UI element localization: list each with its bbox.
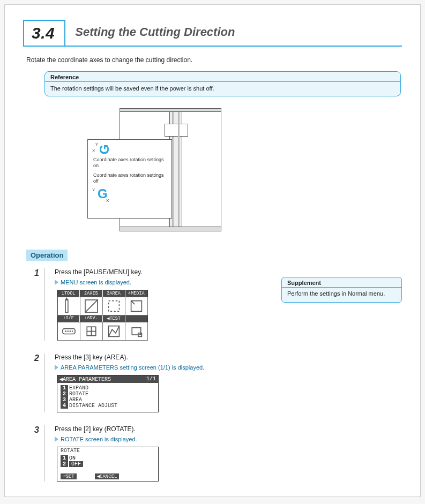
menu-tab: 3AREA <box>103 290 125 297</box>
intro-text: Rotate the coordinate axes to change the… <box>26 56 402 64</box>
supplement-box: Supplement Perform the settings in Norma… <box>281 277 402 303</box>
svg-point-6 <box>64 330 65 332</box>
test-icon <box>102 322 125 341</box>
section-number: 3.4 <box>32 24 55 42</box>
svg-line-3 <box>85 299 97 312</box>
svg-rect-4 <box>108 300 119 311</box>
step-title: Press the [PAUSE/MENU] key. <box>55 268 402 276</box>
lcd-item: 3AREA <box>61 397 155 403</box>
supplement-body: Perform the settings in Normal menu. <box>282 288 401 302</box>
svg-rect-0 <box>65 299 68 312</box>
axis-rotated-icon: Y X G <box>92 143 168 155</box>
operation-heading: Operation <box>26 250 68 261</box>
section-number-box: 3.4 <box>23 20 65 47</box>
lcd-foot-cancel: ◀CANCEL <box>95 473 120 479</box>
step-title: Press the [2] key (ROTATE). <box>55 425 402 433</box>
menu-tab: 4MEDIA <box>125 290 147 297</box>
reference-body: The rotation settings will be saved even… <box>45 82 400 96</box>
axis-normal-icon: Y G X <box>92 187 168 204</box>
svg-point-8 <box>68 330 69 332</box>
svg-marker-1 <box>65 297 68 300</box>
adv-icon <box>80 322 103 341</box>
rotate-lcd: ROTATE 1ON 2OFF ⏎SET ◀CANCEL <box>57 447 159 482</box>
triangle-icon <box>55 365 58 370</box>
blank-icon <box>125 322 148 341</box>
if-icon <box>57 322 80 341</box>
svg-point-10 <box>71 330 72 332</box>
menu-screen-lcd: 1TOOL 2AXIS 3AREA 4MEDIA ↑I/F ↓ADV. <box>57 290 148 341</box>
section-title: Setting the Cutting Direction <box>75 22 235 43</box>
area-parameters-lcd: ◀AREA PARAMETERS 1/1 1EXPAND 2ROTATE 3AR… <box>57 375 159 412</box>
area-icon <box>102 297 125 315</box>
svg-point-7 <box>66 330 68 332</box>
tool-icon <box>57 297 80 315</box>
diagram-overlay: Y X G Coordinate axes rotation settings … <box>87 139 172 219</box>
step-title: Press the [3] key (AREA). <box>55 353 402 361</box>
svg-point-9 <box>70 330 71 332</box>
manual-page: 3.4 Setting the Cutting Direction Rotate… <box>4 4 421 497</box>
g-rotated-icon: G <box>97 145 112 155</box>
menu-tab: 2AXIS <box>80 290 102 297</box>
caption-on: Coordinate axes rotation settings on <box>93 157 168 169</box>
lcd-header-right: 1/1 <box>146 376 156 382</box>
step-sub: ROTATE screen is displayed. <box>55 436 402 442</box>
lcd-item-selected: 2OFF <box>61 461 155 467</box>
svg-rect-15 <box>132 327 141 334</box>
step-3: 3 Press the [2] key (ROTATE). ROTATE scr… <box>28 425 402 482</box>
lcd-foot-set: ⏎SET <box>61 473 77 479</box>
caption-off: Coordinate axes rotation settings off <box>93 172 168 185</box>
reference-box: Reference The rotation settings will be … <box>44 71 401 96</box>
section-header: 3.4 Setting the Cutting Direction <box>23 20 402 47</box>
triangle-icon <box>55 280 58 285</box>
triangle-icon <box>55 437 58 442</box>
lcd-item: 2ROTATE <box>61 391 155 397</box>
lcd-header: ROTATE <box>57 447 158 454</box>
lcd-item: 4DISTANCE ADJUST <box>61 403 155 409</box>
step-number: 1 <box>28 268 44 341</box>
lcd-header-left: ◀AREA PARAMETERS <box>59 376 111 382</box>
axis-icon <box>80 297 103 315</box>
step-sub: AREA PARAMETERS setting screen (1/1) is … <box>55 364 402 371</box>
reference-label: Reference <box>45 72 400 82</box>
step-number: 2 <box>28 353 44 412</box>
lcd-item: 1EXPAND <box>61 385 155 391</box>
supplement-label: Supplement <box>282 277 401 288</box>
coordinate-diagram: Y X G Coordinate axes rotation settings … <box>87 108 221 231</box>
media-icon <box>125 297 148 315</box>
step-2: 2 Press the [3] key (AREA). AREA PARAMET… <box>28 353 402 412</box>
lcd-item: 1ON <box>61 455 155 461</box>
step-number: 3 <box>28 425 44 482</box>
menu-tab: 1TOOL <box>57 290 80 297</box>
